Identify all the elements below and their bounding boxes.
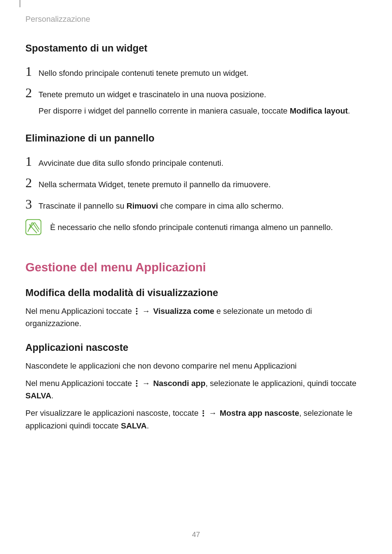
svg-rect-0: [26, 219, 41, 235]
text: , selezionate le applicazioni, quindi to…: [205, 379, 356, 388]
page-section-header: Personalizzazione: [25, 15, 367, 24]
step-number: 1: [25, 65, 38, 78]
heading-hidden-apps: Applicazioni nascoste: [25, 342, 367, 353]
note-row: È necessario che nello sfondo principale…: [25, 219, 367, 235]
page-number: 47: [0, 530, 392, 539]
text: .: [348, 106, 350, 115]
note-icon: [25, 219, 41, 235]
step-text: Trascinate il pannello su Rimuovi che co…: [38, 198, 283, 212]
section-hidden-apps: Applicazioni nascoste Nascondete le appl…: [25, 342, 367, 432]
arrow-icon: →: [142, 305, 150, 317]
text: Trascinate il pannello su: [38, 201, 127, 210]
section-view-mode: Modifica della modalità di visualizzazio…: [25, 287, 367, 330]
bold-text: Rimuovi: [127, 201, 158, 210]
step-3: 3 Trascinate il pannello su Rimuovi che …: [25, 198, 367, 212]
step-1: 1 Avvicinate due dita sullo sfondo princ…: [25, 155, 367, 169]
step-text: Nello sfondo principale contenuti tenete…: [38, 65, 248, 79]
heading-manage-apps: Gestione del menu Applicazioni: [25, 260, 367, 274]
bold-text: Visualizza come: [153, 307, 214, 316]
heading-delete-panel: Eliminazione di un pannello: [25, 133, 367, 144]
step-number: 2: [25, 86, 38, 99]
step-2: 2 Tenete premuto un widget e trascinatel…: [25, 86, 367, 117]
section-move-widget: Spostamento di un widget 1 Nello sfondo …: [25, 43, 367, 117]
header-tick: [20, 0, 20, 7]
arrow-icon: →: [142, 377, 150, 390]
text: Per disporre i widget del pannello corre…: [38, 105, 350, 117]
text: Per visualizzare le applicazioni nascost…: [25, 409, 201, 418]
more-options-icon: [201, 410, 206, 417]
bold-text: SALVA: [25, 391, 51, 400]
step-number: 2: [25, 176, 38, 189]
step-1: 1 Nello sfondo principale contenuti tene…: [25, 65, 367, 79]
text: .: [147, 421, 149, 430]
text: Nel menu Applicazioni toccate: [25, 379, 134, 388]
page-content: Personalizzazione Spostamento di un widg…: [0, 0, 392, 470]
text: .: [51, 391, 53, 400]
paragraph: Nel menu Applicazioni toccate → Nascondi…: [25, 377, 367, 402]
paragraph: Nel menu Applicazioni toccate → Visualiz…: [25, 305, 367, 330]
section-delete-panel: Eliminazione di un pannello 1 Avvicinate…: [25, 133, 367, 235]
text: Per disporre i widget del pannello corre…: [38, 106, 290, 115]
step-2: 2 Nella schermata Widget, tenete premuto…: [25, 176, 367, 190]
step-text: Tenete premuto un widget e trascinatelo …: [38, 86, 350, 117]
bold-text: Modifica layout: [290, 106, 348, 115]
more-options-icon: [134, 308, 139, 315]
step-text: Nella schermata Widget, tenete premuto i…: [38, 176, 271, 190]
heading-view-mode: Modifica della modalità di visualizzazio…: [25, 287, 367, 299]
paragraph: Per visualizzare le applicazioni nascost…: [25, 407, 367, 432]
step-text: Avvicinate due dita sullo sfondo princip…: [38, 155, 224, 169]
bold-text: SALVA: [121, 421, 147, 430]
note-text: È necessario che nello sfondo principale…: [50, 221, 333, 233]
more-options-icon: [134, 380, 139, 387]
heading-move-widget: Spostamento di un widget: [25, 43, 367, 54]
bold-text: Nascondi app: [153, 379, 205, 388]
step-number: 3: [25, 198, 38, 211]
text: che compare in cima allo schermo.: [158, 201, 283, 210]
text: Tenete premuto un widget e trascinatelo …: [38, 90, 266, 99]
bold-text: Mostra app nascoste: [220, 409, 299, 418]
arrow-icon: →: [209, 407, 217, 419]
text: Nel menu Applicazioni toccate: [25, 307, 134, 316]
paragraph: Nascondete le applicazioni che non devon…: [25, 360, 367, 372]
step-number: 1: [25, 155, 38, 168]
